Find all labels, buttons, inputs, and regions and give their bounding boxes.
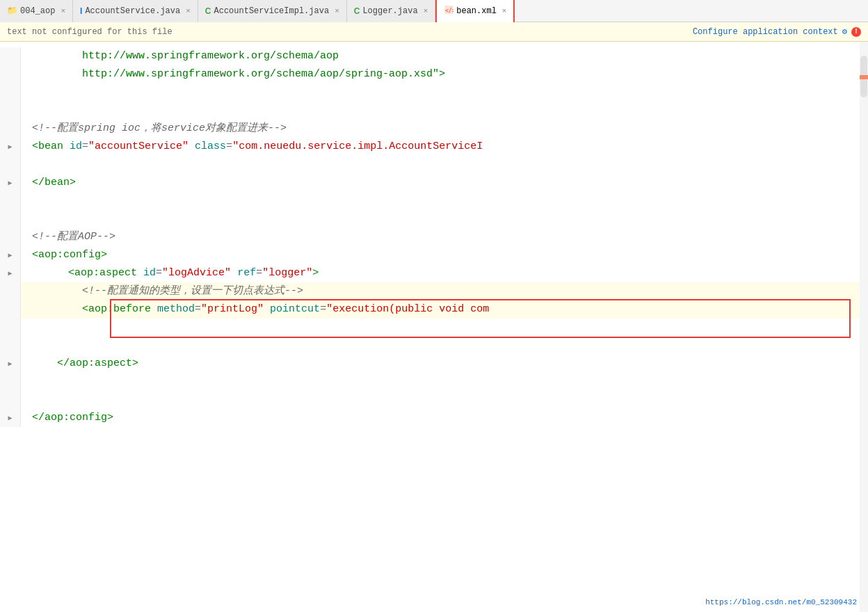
line-17 [0,337,868,355]
gutter-19 [0,373,21,391]
line-content-4 [21,102,868,120]
line-1: http://www.springframework.org/schema/ao… [0,47,868,65]
line-content-1: http://www.springframework.org/schema/ao… [21,47,868,65]
tab-label: Logger.java [362,6,417,16]
folder-icon: 📁 [7,6,17,16]
tab-account-service-impl[interactable]: C AccountServiceImpl.java × [198,0,347,22]
gutter-6: ▶ [0,138,21,156]
line-15: <aop:before method="printLog" pointcut="… [0,300,868,319]
line-content-10 [21,210,868,228]
line-content-13: <aop:aspect id="logAdvice" ref="logger"> [21,264,868,282]
gutter-7 [0,156,21,174]
arrow-icon-8: ▶ [8,179,12,187]
info-bar: text not configured for this file Config… [0,22,868,42]
line-7 [0,156,868,174]
line-content-8: </bean> [21,174,868,192]
arrow-icon-12: ▶ [8,251,12,259]
tab-close-icon[interactable]: × [335,7,339,15]
xml-icon: </> [444,5,453,17]
tab-close-icon[interactable]: × [424,7,428,15]
gutter-10 [0,210,21,228]
gutter-8: ▶ [0,174,21,192]
gutter-1 [0,47,21,65]
info-text: text not configured for this file [7,27,172,37]
arrow-icon-6: ▶ [8,143,12,151]
tab-label: AccountServiceImpl.java [214,6,329,16]
tab-bean-xml[interactable]: </> bean.xml × [435,0,515,22]
line-19 [0,373,868,391]
editor-content: http://www.springframework.org/schema/ao… [0,42,868,433]
line-21: ▶ </aop:config> [0,409,868,427]
java-class-icon-2: C [354,6,360,16]
line-11: <!--配置AOP--> [0,228,868,246]
gutter-15 [0,300,21,319]
tab-logger[interactable]: C Logger.java × [347,0,436,22]
line-content-3 [21,83,868,102]
line-content-21: </aop:config> [21,409,868,427]
line-content-19 [21,373,868,391]
tab-close-icon[interactable]: × [61,7,65,15]
arrow-icon-21: ▶ [8,414,12,422]
line-content-7 [21,156,868,174]
line-content-17 [21,337,868,355]
line-content-5: <!--配置spring ioc，将service对象配置进来--> [21,120,868,138]
line-14: <!--配置通知的类型，设置一下切点表达式--> [0,282,868,300]
line-18: ▶ </aop:aspect> [0,355,868,373]
gutter-3 [0,83,21,102]
scrollbar-track[interactable] [860,42,868,612]
gutter-21: ▶ [0,409,21,427]
gutter-14 [0,282,21,300]
gutter-16 [0,319,21,337]
gutter-18: ▶ [0,355,21,373]
tab-aop[interactable]: 📁 004_aop × [0,0,73,22]
gutter-13: ▶ [0,264,21,282]
gutter-4 [0,102,21,120]
tab-label: AccountService.java [85,6,180,16]
line-content-14: <!--配置通知的类型，设置一下切点表达式--> [21,282,868,300]
line-content-16 [21,319,868,337]
line-content-9 [21,192,868,210]
line-13: ▶ <aop:aspect id="logAdvice" ref="logger… [0,264,868,282]
scroll-indicator [860,75,868,79]
line-16 [0,319,868,337]
arrow-icon-13: ▶ [8,269,12,277]
gutter-17 [0,337,21,355]
tab-label: 004_aop [20,6,55,16]
line-content-18: </aop:aspect> [21,355,868,373]
line-content-20 [21,391,868,409]
tab-account-service[interactable]: I AccountService.java × [73,0,198,22]
tab-close-icon[interactable]: × [186,7,191,15]
gutter-12: ▶ [0,246,21,264]
svg-text:</>: </> [445,8,453,14]
gutter-20 [0,391,21,409]
java-class-icon: C [205,6,211,16]
gutter-2 [0,65,21,83]
line-content-2: http://www.springframework.org/schema/ao… [21,65,868,83]
line-content-11: <!--配置AOP--> [21,228,868,246]
gutter-9 [0,192,21,210]
line-2: http://www.springframework.org/schema/ao… [0,65,868,83]
line-20 [0,391,868,409]
line-5: <!--配置spring ioc，将service对象配置进来--> [0,120,868,138]
line-content-6: <bean id="accountService" class="com.neu… [21,138,868,156]
tab-bar: 📁 004_aop × I AccountService.java × C Ac… [0,0,868,22]
line-content-15: <aop:before method="printLog" pointcut="… [21,300,868,319]
line-3 [0,83,868,102]
error-indicator: ! [851,27,861,37]
gutter-5 [0,120,21,138]
footer-link[interactable]: https://blog.csdn.net/m0_52309432 [705,598,857,606]
editor: http://www.springframework.org/schema/ao… [0,42,868,612]
java-interface-icon: I [80,6,82,16]
line-12: ▶ <aop:config> [0,246,868,264]
line-4 [0,102,868,120]
configure-link[interactable]: Configure application context [693,27,838,37]
info-bar-right: Configure application context ⚙ ! [693,26,861,37]
tab-close-icon[interactable]: × [502,7,507,15]
gutter-11 [0,228,21,246]
footer-url: https://blog.csdn.net/m0_52309432 [705,598,857,606]
arrow-icon-18: ▶ [8,360,12,368]
gear-icon[interactable]: ⚙ [842,26,847,37]
line-6: ▶ <bean id="accountService" class="com.n… [0,138,868,156]
line-9 [0,192,868,210]
line-10 [0,210,868,228]
